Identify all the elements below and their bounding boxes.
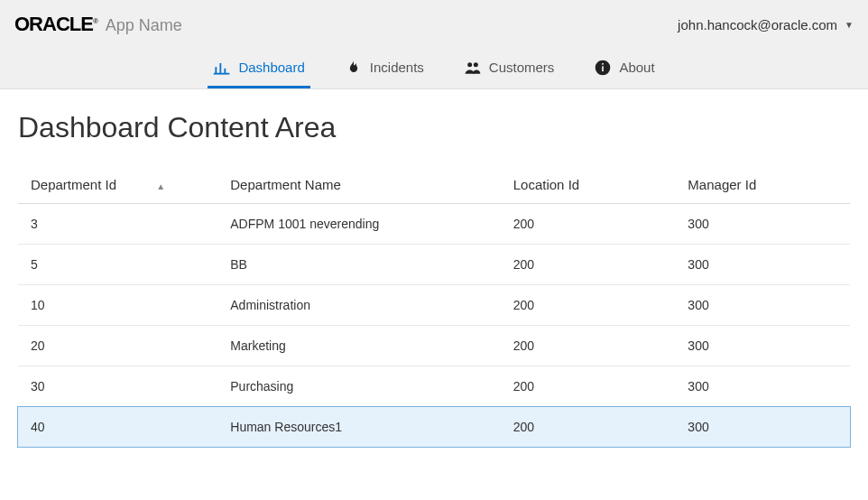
- table-cell: Human Resources1: [217, 407, 500, 448]
- table-cell: 10: [18, 285, 217, 326]
- table-row[interactable]: 3ADFPM 1001 neverending200300: [18, 204, 850, 245]
- table-cell: ADFPM 1001 neverending: [217, 204, 500, 245]
- table-cell: 300: [675, 326, 850, 366]
- chevron-down-icon: ▼: [845, 20, 854, 30]
- table-row[interactable]: 30Purchasing200300: [18, 366, 850, 407]
- oracle-logo: ORACLE®: [14, 13, 98, 36]
- tab-label: Dashboard: [238, 60, 304, 75]
- table-cell: 300: [675, 285, 850, 326]
- tab-label: Incidents: [370, 60, 424, 75]
- svg-point-4: [467, 62, 472, 67]
- table-row[interactable]: 5BB200300: [18, 245, 850, 285]
- table-cell: 300: [675, 245, 850, 285]
- table-cell: 300: [675, 366, 850, 407]
- table-cell: Marketing: [217, 326, 500, 366]
- departments-table: Department Id ▲ Department Name Location…: [18, 166, 850, 447]
- table-cell: 300: [675, 407, 850, 448]
- table-cell: 20: [18, 326, 217, 366]
- tab-dashboard[interactable]: Dashboard: [208, 49, 309, 88]
- app-header: ORACLE® App Name john.hancock@oracle.com…: [0, 0, 868, 89]
- table-cell: 200: [501, 407, 676, 448]
- info-icon: [594, 59, 612, 77]
- table-cell: 200: [501, 285, 676, 326]
- table-cell: 5: [18, 245, 217, 285]
- tab-label: Customers: [489, 60, 555, 75]
- table-cell: 30: [18, 366, 217, 407]
- table-row[interactable]: 20Marketing200300: [18, 326, 850, 366]
- table-cell: 200: [501, 326, 676, 366]
- app-name: App Name: [106, 16, 182, 35]
- svg-point-5: [474, 62, 478, 67]
- col-header-dept-id[interactable]: Department Id ▲: [18, 166, 217, 204]
- tab-label: About: [619, 60, 654, 75]
- table-row[interactable]: 40Human Resources1200300: [18, 407, 850, 448]
- col-header-mgr-id[interactable]: Manager Id: [675, 166, 850, 204]
- svg-rect-8: [603, 63, 605, 65]
- table-cell: Purchasing: [217, 366, 500, 407]
- tab-incidents[interactable]: Incidents: [339, 49, 429, 88]
- tab-customers[interactable]: Customers: [458, 49, 560, 88]
- page-title: Dashboard Content Area: [18, 111, 850, 144]
- table-cell: 40: [18, 407, 217, 448]
- table-cell: 300: [675, 204, 850, 245]
- brand: ORACLE® App Name: [14, 13, 182, 36]
- flame-icon: [345, 59, 363, 77]
- user-email: john.hancock@oracle.com: [678, 17, 837, 32]
- bar-chart-icon: [213, 59, 231, 77]
- user-menu[interactable]: john.hancock@oracle.com ▼: [678, 17, 854, 32]
- nav-tabs: Dashboard Incidents Customers: [14, 49, 854, 88]
- table-cell: Administration: [217, 285, 500, 326]
- table-row[interactable]: 10Administration200300: [18, 285, 850, 326]
- people-icon: [464, 59, 482, 77]
- table-cell: 200: [501, 366, 676, 407]
- col-header-loc-id[interactable]: Location Id: [501, 166, 676, 204]
- sort-asc-icon: ▲: [156, 181, 165, 191]
- table-cell: 3: [18, 204, 217, 245]
- svg-rect-7: [603, 66, 605, 71]
- col-header-dept-name[interactable]: Department Name: [217, 166, 500, 204]
- table-cell: 200: [501, 204, 676, 245]
- tab-about[interactable]: About: [588, 49, 660, 88]
- header-top: ORACLE® App Name john.hancock@oracle.com…: [14, 0, 854, 49]
- content-area: Dashboard Content Area Department Id ▲ D…: [0, 89, 868, 468]
- table-cell: 200: [501, 245, 676, 285]
- table-cell: BB: [217, 245, 500, 285]
